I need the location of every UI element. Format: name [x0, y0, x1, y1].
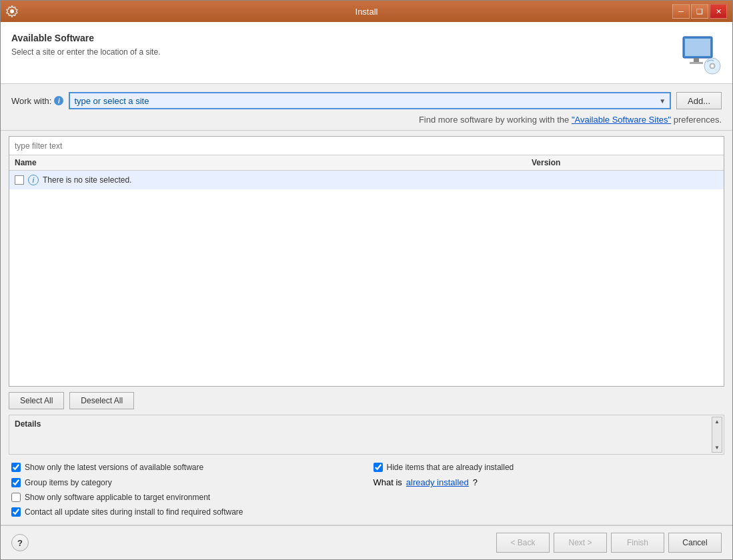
- restore-button[interactable]: ❑: [691, 4, 708, 19]
- svg-rect-3: [694, 58, 699, 62]
- group-category-label[interactable]: Group items by category: [25, 478, 112, 487]
- show-applicable-label[interactable]: Show only software applicable to target …: [25, 493, 210, 502]
- title-bar-left: [6, 5, 18, 17]
- gear-icon: [6, 5, 18, 17]
- footer-left: ?: [11, 534, 29, 551]
- show-latest-row: Show only the latest versions of availab…: [11, 463, 360, 472]
- footer: ? < Back Next > Finish Cancel: [1, 525, 732, 559]
- table-header: Name Version: [9, 155, 724, 171]
- work-with-row: Work with: i type or select a site ▼ Add…: [11, 92, 722, 109]
- minimize-button[interactable]: ─: [672, 4, 690, 19]
- find-more-row: Find more software by working with the "…: [11, 115, 722, 125]
- checkboxes-section: Show only the latest versions of availab…: [1, 455, 732, 525]
- details-label: Details: [15, 419, 718, 429]
- svg-rect-4: [690, 62, 703, 64]
- site-combo-value: type or select a site: [74, 96, 149, 106]
- already-installed-link[interactable]: already installed: [406, 477, 469, 487]
- add-button[interactable]: Add...: [676, 92, 722, 109]
- contact-sites-checkbox[interactable]: [11, 507, 21, 517]
- show-latest-checkbox[interactable]: [11, 463, 21, 472]
- header-text: Available Software Select a site or ente…: [11, 33, 160, 57]
- back-button[interactable]: < Back: [496, 533, 550, 553]
- select-buttons-row: Select All Deselect All: [1, 387, 732, 415]
- contact-update-sites-row: Contact all update sites during install …: [11, 507, 722, 517]
- finish-button[interactable]: Finish: [611, 533, 664, 553]
- install-window: Install ─ ❑ ✕ Available Software Select …: [0, 0, 733, 560]
- info-icon: i: [54, 96, 63, 105]
- what-is-installed-prefix: What is: [374, 477, 402, 487]
- show-latest-label[interactable]: Show only the latest versions of availab…: [25, 463, 203, 472]
- select-all-button[interactable]: Select All: [9, 392, 64, 409]
- cancel-button[interactable]: Cancel: [668, 533, 722, 553]
- help-button[interactable]: ?: [11, 534, 29, 551]
- col-version-header: Version: [532, 158, 718, 167]
- group-category-checkbox[interactable]: [11, 478, 21, 487]
- contact-sites-label[interactable]: Contact all update sites during install …: [25, 507, 243, 517]
- find-more-suffix: preferences.: [671, 115, 722, 125]
- row-info-icon: i: [28, 175, 39, 185]
- footer-buttons: < Back Next > Finish Cancel: [496, 533, 722, 553]
- svg-rect-2: [685, 39, 710, 56]
- content-area: Available Software Select a site or ente…: [1, 22, 732, 559]
- deselect-all-button[interactable]: Deselect All: [69, 392, 134, 409]
- available-software-sites-link[interactable]: "Available Software Sites": [572, 115, 671, 125]
- find-more-text: Find more software by working with the: [419, 115, 572, 125]
- software-install-icon: [679, 33, 722, 75]
- table-row: i There is no site selected.: [9, 171, 724, 189]
- next-button[interactable]: Next >: [554, 533, 607, 553]
- show-applicable-row: Show only software applicable to target …: [11, 493, 360, 502]
- close-button[interactable]: ✕: [710, 4, 727, 19]
- work-with-label: Work with: i: [11, 96, 63, 106]
- empty-cell: [374, 493, 722, 502]
- no-site-message: There is no site selected.: [43, 175, 131, 185]
- show-applicable-checkbox[interactable]: [11, 493, 21, 502]
- page-subtitle: Select a site or enter the location of a…: [11, 47, 160, 57]
- details-section: Details ▲ ▼: [9, 415, 724, 455]
- title-bar-buttons: ─ ❑ ✕: [672, 4, 727, 19]
- group-by-category-row: Group items by category: [11, 477, 360, 487]
- header-section: Available Software Select a site or ente…: [1, 22, 732, 84]
- combo-arrow-icon: ▼: [659, 97, 666, 105]
- hide-installed-checkbox[interactable]: [374, 463, 383, 472]
- hide-installed-row: Hide items that are already installed: [374, 463, 722, 472]
- table-body: i There is no site selected.: [9, 171, 724, 386]
- what-is-installed-suffix: ?: [473, 477, 478, 487]
- svg-point-7: [711, 65, 714, 67]
- filter-input[interactable]: [9, 137, 724, 155]
- already-installed-row: What is already installed ?: [374, 477, 722, 487]
- details-scrollbar[interactable]: ▲ ▼: [712, 417, 722, 453]
- svg-point-0: [10, 9, 14, 13]
- work-with-section: Work with: i type or select a site ▼ Add…: [1, 84, 732, 131]
- site-combo[interactable]: type or select a site ▼: [69, 92, 671, 109]
- window-title: Install: [355, 7, 378, 17]
- hide-installed-label[interactable]: Hide items that are already installed: [387, 463, 514, 472]
- title-bar: Install ─ ❑ ✕: [1, 1, 732, 22]
- scroll-up-icon[interactable]: ▲: [714, 419, 720, 425]
- row-checkbox[interactable]: [15, 175, 24, 185]
- filter-table-section: Name Version i There is no site selected…: [9, 136, 724, 387]
- col-name-header: Name: [15, 158, 532, 167]
- page-title: Available Software: [11, 33, 160, 43]
- scroll-down-icon[interactable]: ▼: [714, 445, 720, 451]
